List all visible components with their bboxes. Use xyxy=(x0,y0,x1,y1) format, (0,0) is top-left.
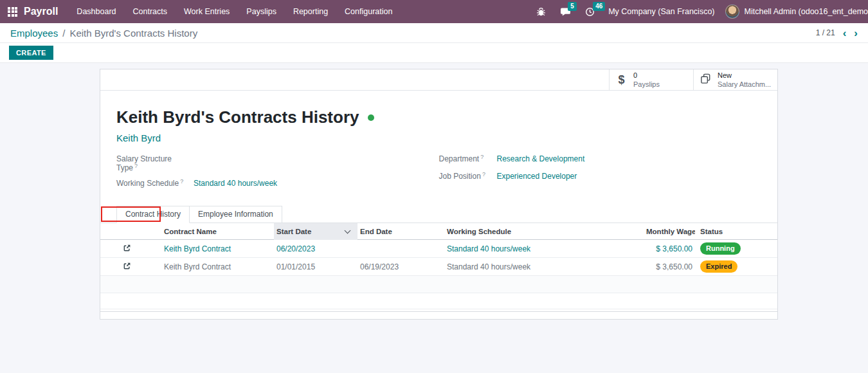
working-schedule-label: Working Schedule? xyxy=(116,179,194,188)
job-position-value[interactable]: Experienced Developer xyxy=(497,172,577,181)
stat-button-bar: $ 0 Payslips New Salary Attachm... xyxy=(100,69,777,91)
payslips-label: Payslips xyxy=(633,80,660,89)
column-working-schedule[interactable]: Working Schedule xyxy=(444,228,644,235)
action-bar: CREATE xyxy=(0,42,868,63)
app-title[interactable]: Payroll xyxy=(24,6,58,17)
content-area: $ 0 Payslips New Salary Attachm... Keith… xyxy=(0,63,868,373)
column-end-date[interactable]: End Date xyxy=(357,228,444,235)
pager-previous-icon[interactable]: ‹ xyxy=(843,28,847,39)
messages-count-badge: 5 xyxy=(568,2,577,11)
breadcrumb-employees[interactable]: Employees xyxy=(10,28,58,39)
breadcrumb-current: Keith Byrd's Contracts History xyxy=(69,28,197,39)
department-label: Department? xyxy=(439,154,497,163)
top-navbar: Payroll Dashboard Contracts Work Entries… xyxy=(0,0,868,23)
table-header-row: Contract Name Start Date End Date Workin… xyxy=(100,223,777,240)
external-link-icon[interactable] xyxy=(123,244,131,252)
external-link-icon[interactable] xyxy=(123,262,131,270)
help-question-icon: ? xyxy=(482,171,485,177)
field-group: Salary Structure Type? Working Schedule?… xyxy=(116,154,761,196)
user-avatar[interactable] xyxy=(725,5,739,19)
control-panel: Employees / Keith Byrd's Contracts Histo… xyxy=(0,23,868,42)
record-pager: 1 / 21 ‹ › xyxy=(816,28,858,39)
cell-start-date: 01/01/2015 xyxy=(274,262,357,271)
navbar-systray: 5 46 My Company (San Francisco) Mitchell… xyxy=(529,0,868,23)
tab-employee-information[interactable]: Employee Information xyxy=(190,206,282,223)
table-row[interactable]: Keith Byrd Contract 06/20/2023 Standard … xyxy=(100,240,777,258)
record-status-dot-icon xyxy=(368,114,374,121)
cell-end-date: 06/19/2023 xyxy=(357,262,444,271)
notebook-tabs: Contract History Employee Information xyxy=(100,206,777,223)
help-question-icon: ? xyxy=(480,154,484,160)
table-row[interactable]: Keith Byrd Contract 01/01/2015 06/19/202… xyxy=(100,258,777,276)
cell-working-schedule: Standard 40 hours/week xyxy=(444,244,644,253)
sort-desc-icon xyxy=(345,227,351,233)
salary-attachment-value: New xyxy=(718,71,771,80)
cell-start-date: 06/20/2023 xyxy=(274,244,357,253)
apps-grid-icon[interactable] xyxy=(8,7,17,17)
payslips-stat-button[interactable]: $ 0 Payslips xyxy=(609,69,693,90)
salary-attachment-label: Salary Attachm... xyxy=(718,80,771,89)
menu-payslips[interactable]: Payslips xyxy=(238,0,285,23)
salary-attachment-stat-button[interactable]: New Salary Attachm... xyxy=(693,69,777,90)
working-schedule-value[interactable]: Standard 40 hours/week xyxy=(194,179,277,188)
activities-clock-icon[interactable]: 46 xyxy=(585,7,595,17)
payslips-count: 0 xyxy=(633,71,660,80)
column-monthly-wage[interactable]: Monthly Wage xyxy=(644,228,695,235)
cell-contract-name: Keith Byrd Contract xyxy=(161,244,274,253)
employee-link[interactable]: Keith Byrd xyxy=(116,132,161,143)
menu-configuration[interactable]: Configuration xyxy=(336,0,401,23)
user-menu[interactable]: Mitchell Admin (odoo16_ent_demo xyxy=(745,7,868,16)
department-value[interactable]: Research & Development xyxy=(497,154,585,163)
empty-row xyxy=(100,276,777,293)
status-badge: Running xyxy=(700,242,741,254)
pager-value: 1 / 21 xyxy=(816,28,835,37)
cell-monthly-wage: $ 3,650.00 xyxy=(644,262,695,271)
column-status[interactable]: Status xyxy=(695,228,777,235)
activities-count-badge: 46 xyxy=(593,2,605,11)
documents-copy-icon xyxy=(700,73,712,87)
breadcrumb-separator: / xyxy=(62,28,65,39)
main-menu: Dashboard Contracts Work Entries Payslip… xyxy=(68,0,401,23)
messages-icon[interactable]: 5 xyxy=(560,7,571,17)
menu-dashboard[interactable]: Dashboard xyxy=(68,0,124,23)
company-switcher[interactable]: My Company (San Francisco) xyxy=(608,7,714,16)
pager-next-icon[interactable]: › xyxy=(854,28,858,39)
column-contract-name[interactable]: Contract Name xyxy=(161,228,274,235)
create-button[interactable]: CREATE xyxy=(9,46,53,60)
contracts-table: Contract Name Start Date End Date Workin… xyxy=(100,223,777,312)
help-question-icon: ? xyxy=(180,178,183,185)
empty-row xyxy=(100,293,777,309)
status-badge: Expired xyxy=(700,260,737,272)
debug-bug-icon[interactable] xyxy=(536,7,546,17)
cell-monthly-wage: $ 3,650.00 xyxy=(644,244,695,253)
record-title: Keith Byrd's Contracts History xyxy=(116,107,359,127)
cell-working-schedule: Standard 40 hours/week xyxy=(444,262,644,271)
menu-reporting[interactable]: Reporting xyxy=(285,0,336,23)
table-footer-line xyxy=(100,311,777,312)
tab-contract-history[interactable]: Contract History xyxy=(116,206,190,223)
cell-contract-name: Keith Byrd Contract xyxy=(161,262,274,271)
dollar-icon: $ xyxy=(615,73,628,87)
help-question-icon: ? xyxy=(134,163,138,169)
form-sheet: $ 0 Payslips New Salary Attachm... Keith… xyxy=(100,69,778,320)
column-start-date[interactable]: Start Date xyxy=(274,223,357,240)
menu-work-entries[interactable]: Work Entries xyxy=(176,0,238,23)
menu-contracts[interactable]: Contracts xyxy=(125,0,176,23)
job-position-label: Job Position? xyxy=(439,172,497,181)
salary-structure-type-label: Salary Structure Type? xyxy=(116,154,194,172)
